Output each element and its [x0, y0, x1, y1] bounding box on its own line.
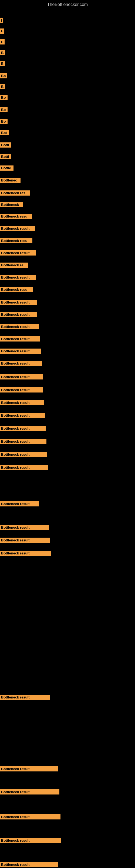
bar-row: | — [0, 18, 135, 23]
bar-label: Bottleneck result — [0, 814, 60, 819]
bar-label: Bottleneck resu — [0, 287, 33, 292]
bar-label: Bottleneck result — [0, 324, 39, 329]
bar-label: Bottle — [0, 165, 13, 170]
bar-row: Bottleneck result — [0, 300, 135, 305]
bar-row: Bottl — [0, 143, 135, 148]
bar-row: Bottleneck result — [0, 439, 135, 444]
bar-label: Bottlenec — [0, 178, 20, 183]
bar-row: Bottleneck resu — [0, 287, 135, 292]
bar-label: Bottleneck result — [0, 501, 39, 506]
bar-row: E — [0, 39, 135, 44]
bar-row: Bottleneck resu — [0, 238, 135, 243]
bar-row: Bottleneck res — [0, 190, 135, 195]
bar-label: B — [0, 84, 5, 89]
bar-row: Bottleneck result — [0, 400, 135, 405]
bar-row: E — [0, 61, 135, 66]
site-title: TheBottlenecker.com — [0, 0, 135, 9]
bar-row: Bottlenec — [0, 178, 135, 183]
bar-label: Bottleneck — [0, 202, 23, 207]
bar-label: Bottleneck result — [0, 400, 44, 405]
bar-label: Bottleneck result — [0, 374, 43, 379]
bar-label: Bottleneck result — [0, 465, 48, 470]
bar-label: Bottleneck resu — [0, 238, 32, 243]
bar-label: Bottleneck result — [0, 413, 45, 418]
bar-row: B — [0, 50, 135, 55]
bar-row: Bottleneck result — [0, 452, 135, 457]
bar-label: Bottleneck result — [0, 525, 49, 530]
bar-row: Bottleneck result — [0, 862, 135, 867]
bar-row: Bottleneck resu — [0, 214, 135, 219]
bar-label: Bottleneck result — [0, 348, 41, 354]
bar-row: Bo — [0, 107, 135, 112]
bar-label: Bottleneck result — [0, 695, 50, 700]
bar-row: Bottleneck result — [0, 226, 135, 231]
bar-label: E — [0, 39, 5, 44]
bar-row: Bottleneck re — [0, 262, 135, 268]
bar-label: Bottleneck result — [0, 388, 43, 393]
bar-label: F — [0, 29, 4, 34]
bar-row: Bottleneck result — [0, 501, 135, 506]
bar-label: Bottleneck result — [0, 361, 42, 366]
bar-row: Bottleneck result — [0, 525, 135, 530]
bar-row: Bottleneck result — [0, 766, 135, 771]
bar-label: Bo — [0, 119, 8, 124]
bar-label: Bo — [0, 95, 8, 100]
bar-label: Bottleneck re — [0, 262, 28, 268]
bar-label: Bottleneck result — [0, 838, 61, 843]
bar-row: Bottleneck result — [0, 336, 135, 341]
bar-row: Bottle — [0, 165, 135, 170]
bar-label: Bottleneck result — [0, 275, 36, 280]
bar-row: Bo — [0, 95, 135, 100]
bar-row: Bottleneck result — [0, 413, 135, 418]
bar-row: F — [0, 29, 135, 34]
bar-row: Bottleneck result — [0, 551, 135, 556]
bar-row: Bottleneck result — [0, 814, 135, 819]
bar-label: Bottleneck result — [0, 250, 36, 255]
bar-row: Bottleneck — [0, 202, 135, 207]
bar-row: Bo — [0, 73, 135, 79]
bar-row: Bottleneck result — [0, 324, 135, 329]
bar-row: Bottleneck result — [0, 275, 135, 280]
bar-row: Bottleneck result — [0, 426, 135, 431]
bar-row: Bot — [0, 130, 135, 135]
bar-label: Bottleneck result — [0, 226, 35, 231]
bar-label: Bottleneck result — [0, 862, 58, 867]
bar-label: Bottl — [0, 154, 11, 159]
bar-row: Bottl — [0, 154, 135, 159]
bar-label: Bot — [0, 130, 9, 135]
bar-label: Bottleneck result — [0, 426, 46, 431]
bar-row: Bottleneck result — [0, 361, 135, 366]
bar-row: Bottleneck result — [0, 838, 135, 843]
bar-row: Bottleneck result — [0, 348, 135, 354]
bar-label: B — [0, 50, 5, 55]
bar-label: Bottleneck result — [0, 300, 37, 305]
bar-row: B — [0, 84, 135, 89]
bar-label: Bottleneck resu — [0, 214, 32, 219]
bar-label: Bottleneck result — [0, 452, 47, 457]
bar-label: Bottl — [0, 143, 11, 148]
bar-label: Bottleneck result — [0, 551, 51, 556]
bar-row: Bottleneck result — [0, 374, 135, 379]
bar-label: | — [0, 18, 3, 23]
bar-row: Bottleneck result — [0, 789, 135, 795]
bar-row: Bottleneck result — [0, 250, 135, 255]
bar-row: Bottleneck result — [0, 465, 135, 470]
bar-label: Bottleneck result — [0, 312, 37, 317]
bar-row: Bo — [0, 119, 135, 124]
bar-label: Bottleneck result — [0, 789, 59, 795]
bar-label: Bottleneck result — [0, 538, 50, 543]
bar-row: Bottleneck result — [0, 388, 135, 393]
bar-label: Bottleneck res — [0, 190, 30, 195]
bar-label: Bottleneck result — [0, 766, 58, 771]
bar-label: Bo — [0, 107, 8, 112]
bar-label: E — [0, 61, 5, 66]
bar-label: Bottleneck result — [0, 439, 46, 444]
bar-label: Bo — [0, 73, 7, 79]
bar-row: Bottleneck result — [0, 538, 135, 543]
bar-row: Bottleneck result — [0, 312, 135, 317]
bar-row: Bottleneck result — [0, 695, 135, 700]
bar-label: Bottleneck result — [0, 336, 40, 341]
